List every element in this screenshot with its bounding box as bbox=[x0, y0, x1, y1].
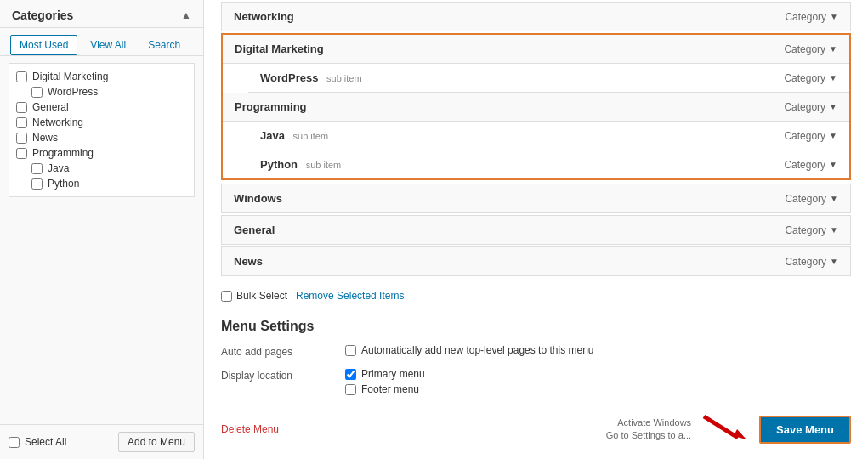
menu-item-networking[interactable]: Networking Category ▼ bbox=[221, 2, 851, 31]
windows-item-label: Windows bbox=[234, 192, 282, 205]
categories-list-container: Digital Marketing WordPress General Netw… bbox=[0, 56, 203, 424]
categories-panel: Categories ▲ Most Used View All Search D… bbox=[0, 0, 204, 459]
python-dropdown-icon[interactable]: ▼ bbox=[829, 160, 837, 169]
activate-windows-notice: Activate Windows Go to Settings to a... bbox=[606, 416, 691, 443]
footer-menu-label: Footer menu bbox=[361, 383, 419, 395]
general-checkbox[interactable] bbox=[16, 102, 27, 113]
java-checkbox[interactable] bbox=[31, 163, 43, 174]
delete-menu-link[interactable]: Delete Menu bbox=[221, 423, 279, 435]
general-item-label: General bbox=[234, 224, 275, 236]
digital-marketing-item-label: Digital Marketing bbox=[235, 42, 324, 55]
main-content: Networking Category ▼ Digital Marketing … bbox=[204, 0, 868, 459]
red-arrow-icon bbox=[700, 412, 751, 446]
python-type-label: Category bbox=[784, 159, 825, 171]
wordpress-sub-tag: sub item bbox=[326, 73, 362, 83]
collapse-icon[interactable]: ▲ bbox=[181, 9, 191, 21]
tab-view-all[interactable]: View All bbox=[81, 35, 135, 55]
news-checkbox[interactable] bbox=[16, 133, 27, 144]
networking-checkbox[interactable] bbox=[16, 117, 27, 128]
select-all-checkbox[interactable] bbox=[9, 437, 20, 448]
networking-type-label: Category bbox=[785, 11, 826, 23]
news-dropdown-icon[interactable]: ▼ bbox=[830, 257, 838, 266]
auto-add-checkbox[interactable] bbox=[345, 345, 356, 356]
wordpress-checkbox[interactable] bbox=[31, 87, 43, 98]
programming-checkbox[interactable] bbox=[16, 148, 27, 159]
add-to-menu-button[interactable]: Add to Menu bbox=[118, 432, 195, 452]
python-label: Python bbox=[48, 178, 79, 190]
programming-label: Programming bbox=[32, 147, 94, 159]
wordpress-type-label: Category bbox=[784, 72, 825, 84]
bulk-select-label[interactable]: Bulk Select bbox=[221, 290, 287, 302]
networking-dropdown-icon[interactable]: ▼ bbox=[830, 12, 838, 21]
python-item-label: Python sub item bbox=[260, 158, 341, 171]
java-item-label: Java sub item bbox=[260, 129, 328, 142]
list-item: Digital Marketing bbox=[16, 69, 187, 84]
wordpress-label: WordPress bbox=[48, 86, 98, 98]
digital-marketing-dropdown-icon[interactable]: ▼ bbox=[829, 44, 837, 54]
list-item: WordPress bbox=[16, 84, 187, 99]
networking-item-right: Category ▼ bbox=[785, 11, 838, 23]
categories-tabs: Most Used View All Search bbox=[0, 28, 203, 56]
select-all-wrap: Select All bbox=[9, 436, 66, 448]
save-menu-button[interactable]: Save Menu bbox=[759, 416, 851, 444]
digital-marketing-checkbox[interactable] bbox=[16, 71, 27, 82]
categories-list: Digital Marketing WordPress General Netw… bbox=[9, 63, 195, 197]
bulk-select-checkbox[interactable] bbox=[221, 291, 232, 302]
bottom-bar: Delete Menu Activate Windows Go to Setti… bbox=[221, 407, 851, 446]
java-item-right: Category ▼ bbox=[784, 130, 837, 142]
general-dropdown-icon[interactable]: ▼ bbox=[830, 225, 838, 235]
menu-item-general[interactable]: General Category ▼ bbox=[221, 215, 851, 245]
list-item: Programming bbox=[16, 145, 187, 161]
news-label: News bbox=[32, 132, 58, 144]
digital-marketing-label: Digital Marketing bbox=[32, 71, 108, 82]
programming-type-label: Category bbox=[784, 101, 825, 113]
footer-menu-row: Footer menu bbox=[345, 383, 425, 395]
programming-dropdown-icon[interactable]: ▼ bbox=[829, 102, 837, 111]
menu-item-news[interactable]: News Category ▼ bbox=[221, 246, 851, 276]
list-item: Networking bbox=[16, 115, 187, 130]
display-location-value: Primary menu Footer menu bbox=[345, 368, 425, 399]
digital-marketing-type-label: Category bbox=[784, 43, 825, 55]
menu-item-java[interactable]: Java sub item Category ▼ bbox=[248, 122, 849, 150]
programming-item-label: Programming bbox=[235, 100, 307, 113]
list-item: News bbox=[16, 130, 187, 145]
bottom-right-area: Activate Windows Go to Settings to a... … bbox=[606, 412, 851, 446]
news-item-right: Category ▼ bbox=[785, 256, 838, 268]
svg-line-0 bbox=[704, 416, 738, 438]
tab-most-used[interactable]: Most Used bbox=[10, 35, 77, 55]
python-checkbox[interactable] bbox=[31, 178, 43, 190]
java-dropdown-icon[interactable]: ▼ bbox=[829, 131, 837, 140]
highlighted-group: Digital Marketing Category ▼ WordPress s… bbox=[221, 33, 851, 180]
remove-selected-link[interactable]: Remove Selected Items bbox=[296, 290, 404, 302]
bulk-select-row: Bulk Select Remove Selected Items bbox=[221, 281, 851, 310]
menu-items-list: Networking Category ▼ Digital Marketing … bbox=[221, 2, 851, 276]
list-item: General bbox=[16, 99, 187, 115]
windows-type-label: Category bbox=[785, 193, 826, 205]
primary-menu-checkbox[interactable] bbox=[345, 369, 356, 380]
auto-add-checkbox-label: Automatically add new top-level pages to… bbox=[361, 344, 594, 356]
general-type-label: Category bbox=[785, 224, 826, 236]
wordpress-dropdown-icon[interactable]: ▼ bbox=[829, 73, 837, 82]
menu-item-python[interactable]: Python sub item Category ▼ bbox=[248, 150, 849, 178]
menu-settings-section: Menu Settings Auto add pages Automatical… bbox=[221, 310, 851, 399]
display-location-row: Display location Primary menu Footer men… bbox=[221, 368, 851, 399]
menu-item-wordpress[interactable]: WordPress sub item Category ▼ bbox=[248, 64, 849, 93]
tab-search[interactable]: Search bbox=[139, 35, 190, 55]
footer-menu-checkbox[interactable] bbox=[345, 384, 356, 395]
wordpress-item-label: WordPress sub item bbox=[260, 71, 362, 84]
list-item: Python bbox=[16, 176, 187, 191]
general-label: General bbox=[32, 101, 69, 113]
menu-item-digital-marketing[interactable]: Digital Marketing Category ▼ bbox=[223, 35, 849, 64]
menu-item-windows[interactable]: Windows Category ▼ bbox=[221, 184, 851, 213]
primary-menu-row: Primary menu bbox=[345, 368, 425, 380]
networking-item-label: Networking bbox=[234, 10, 294, 23]
menu-item-programming[interactable]: Programming Category ▼ bbox=[223, 93, 849, 122]
windows-dropdown-icon[interactable]: ▼ bbox=[830, 194, 838, 203]
categories-title-bar: Categories ▲ bbox=[0, 0, 203, 28]
select-all-label: Select All bbox=[25, 436, 66, 448]
categories-heading: Categories bbox=[12, 8, 73, 22]
sidebar-footer: Select All Add to Menu bbox=[0, 424, 203, 459]
auto-add-row: Auto add pages Automatically add new top… bbox=[221, 344, 851, 360]
bulk-select-text: Bulk Select bbox=[236, 290, 287, 302]
windows-item-right: Category ▼ bbox=[785, 193, 838, 205]
